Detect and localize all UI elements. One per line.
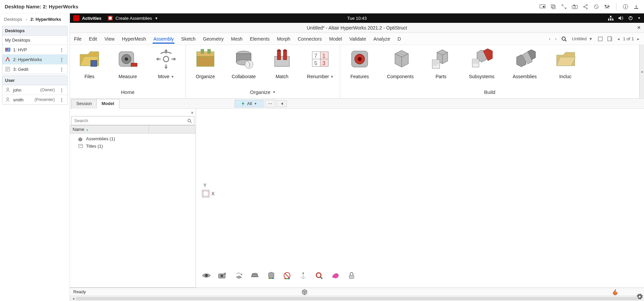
ribbon-subsystems[interactable]: Subsystems [463,47,500,87]
breadcrumb-root[interactable]: Desktops [4,17,22,22]
entity-more-icon[interactable]: ⋯ [265,100,275,107]
ribbon-features[interactable]: Features [344,47,376,87]
desktop-item-hvp[interactable]: 1: HVP ⋮ [2,45,67,54]
download-icon[interactable] [633,4,639,10]
hscroll-left-icon[interactable]: ◂ [71,297,76,300]
pager-last-icon[interactable]: ▸ [637,35,640,43]
menu-model[interactable]: Model [328,34,343,44]
user-row[interactable]: john (Owner) ⋮ [2,85,67,95]
ribbon-organize[interactable]: Organize [189,47,222,87]
menu-sketch[interactable]: Sketch [180,34,196,44]
search-input[interactable] [72,116,185,125]
ribbon-assemblies[interactable]: Assemblies [506,47,543,87]
view-section-icon[interactable] [250,271,260,280]
person-icon [5,97,10,102]
page-icon[interactable] [607,34,613,44]
tree-node-assemblies[interactable]: Assemblies (1) [72,135,194,142]
share-icon[interactable] [582,4,589,10]
tab-selector[interactable]: Untitled ▼ [571,32,594,45]
desktop-kebab-icon[interactable]: ⋮ [59,57,65,62]
ribbon-collapse-icon[interactable]: ◂ [639,45,644,98]
activities-button[interactable]: Activities [82,16,102,21]
menu-overflow[interactable]: D [397,34,402,44]
svg-rect-2 [551,5,554,8]
status-fire-icon[interactable] [610,288,620,296]
info-icon[interactable] [622,4,629,10]
desktop-kebab-icon[interactable]: ⋮ [59,67,65,72]
menu-nav-right-icon[interactable]: › [555,35,557,43]
view-shade-icon[interactable] [266,271,276,280]
ribbon-renumber[interactable]: 7153 Renumber ▼ [304,47,336,87]
screenshare-icon[interactable] [539,4,546,10]
panel-close-icon[interactable]: × [191,110,194,115]
clock[interactable]: Tue 10:43 [347,16,367,21]
fullscreen-icon[interactable] [561,4,567,10]
tab-model[interactable]: Model [96,99,119,109]
menu-nav-left-icon[interactable]: ‹ [549,35,551,43]
checkbox-icon[interactable] [597,35,603,43]
column-name[interactable]: Name ▴ [70,126,149,133]
ribbon-includes[interactable]: Incluc [549,47,581,87]
view-zoom-icon[interactable] [314,271,324,280]
ribbon-group-organize[interactable]: Organize ▼ [186,87,340,98]
menu-file[interactable]: File [73,34,82,44]
user-row[interactable]: smith (Presenter) ⋮ [2,95,67,104]
menu-elements[interactable]: Elements [249,34,270,44]
entity-selector[interactable]: All ▼ [235,100,263,107]
pager-first-icon[interactable]: ◂ [617,35,620,43]
axis-triad[interactable]: Y X [202,183,214,197]
volume-icon[interactable] [618,16,623,20]
desktop-kebab-icon[interactable]: ⋮ [59,47,65,52]
ribbon-files[interactable]: Files [73,47,106,87]
view-axes-icon[interactable] [298,271,308,280]
svg-rect-64 [79,144,83,148]
my-desktops-row[interactable]: My Desktops [2,36,67,45]
search-icon[interactable] [561,34,567,44]
status-cube-icon[interactable] [299,288,310,296]
desktop-icon [5,66,10,72]
menu-validate[interactable]: Validate [349,34,367,44]
sliders-icon[interactable] [604,4,610,10]
menu-connectors[interactable]: Connectors [297,34,323,44]
chevron-down-icon[interactable]: ▼ [638,16,641,20]
column-blank[interactable] [149,126,196,133]
redhat-icon[interactable] [73,15,79,21]
menu-analyze[interactable]: Analyze [373,34,391,44]
ribbon-measure[interactable]: Measure [112,47,144,87]
desktop-item-gedit[interactable]: 3: Gedit ⋮ [2,64,67,74]
menu-geometry[interactable]: Geometry [202,34,224,44]
network-icon[interactable] [608,16,613,20]
power-icon[interactable] [628,16,633,20]
ribbon-match[interactable]: Match [266,47,298,87]
user-kebab-icon[interactable]: ⋮ [59,97,65,102]
copy-icon[interactable] [550,4,556,10]
ribbon-parts[interactable]: Parts [425,47,457,87]
tree-node-titles[interactable]: Titles (1) [72,142,194,150]
entity-first-icon[interactable] [277,100,287,107]
view-rubber-icon[interactable] [330,271,340,280]
menu-hypermesh[interactable]: HyperMesh [121,34,147,44]
ribbon-components[interactable]: Components [382,47,419,87]
app-menu[interactable]: Create Assemblies ▼ [108,15,158,21]
tab-session[interactable]: Session [71,99,97,109]
view-eye-icon[interactable] [201,271,211,280]
window-close-icon[interactable]: × [637,24,641,31]
camera-icon[interactable] [572,4,578,10]
block-icon[interactable] [593,4,599,10]
view-rotate-icon[interactable] [234,271,244,280]
menu-morph[interactable]: Morph [276,34,291,44]
hscroll-track[interactable] [76,297,638,300]
desktop-item-hyperworks[interactable]: 2: HyperWorks ⋮ [2,54,67,64]
view-camera-icon[interactable] [217,271,228,280]
view-mask-icon[interactable] [282,271,292,280]
view-lock-icon[interactable] [347,271,357,280]
menu-view[interactable]: View [104,34,115,44]
search-icon[interactable] [185,117,194,124]
ribbon-move[interactable]: Move ▼ [150,47,182,87]
user-kebab-icon[interactable]: ⋮ [59,88,65,93]
ribbon-collaborate[interactable]: Collaborate [228,47,260,87]
viewport[interactable]: Y X [196,109,644,288]
menu-edit[interactable]: Edit [88,34,98,44]
menu-assembly[interactable]: Assembly [153,34,174,44]
menu-mesh[interactable]: Mesh [230,34,243,44]
